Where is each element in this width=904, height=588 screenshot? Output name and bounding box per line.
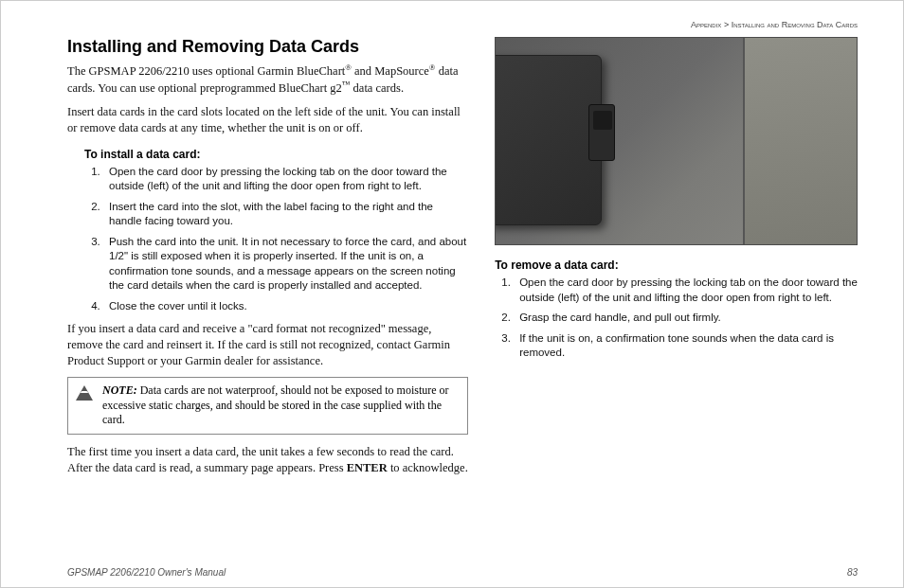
install-steps-list: Open the card door by pressing the locki… [103,165,468,314]
intro-paragraph-1: The GPSMAP 2206/2210 uses optional Garmi… [67,62,468,97]
not-recognized-paragraph: If you insert a data card and receive a … [67,321,468,369]
remove-heading: To remove a data card: [495,258,858,272]
warning-icon [76,385,93,401]
list-item: Grasp the card handle, and pull out firm… [514,311,858,326]
left-column: Installing and Removing Data Cards The G… [67,37,468,561]
page-footer: GPSMAP 2206/2210 Owner's Manual 83 [67,561,858,578]
first-time-paragraph: The first time you insert a data card, t… [67,444,468,476]
footer-page-number: 83 [847,567,858,578]
header-breadcrumb: Appendix > Installing and Removing Data … [67,20,858,29]
right-column: To remove a data card: Open the card doo… [495,37,858,561]
note-text: NOTE: Data cards are not waterproof, sho… [102,383,460,428]
intro-paragraph-2: Insert data cards in the card slots loca… [67,104,468,136]
list-item: Open the card door by pressing the locki… [103,165,468,194]
remove-steps-list: Open the card door by pressing the locki… [514,276,858,361]
install-heading: To install a data card: [84,148,468,161]
note-callout: NOTE: Data cards are not waterproof, sho… [67,377,468,435]
breadcrumb-topic: Installing and Removing Data Cards [732,20,858,29]
breadcrumb-section: Appendix [691,20,721,29]
list-item: Close the cover until it locks. [103,299,468,314]
page-title: Installing and Removing Data Cards [67,37,468,57]
list-item: If the unit is on, a confirmation tone s… [514,331,858,361]
manual-page: Appendix > Installing and Removing Data … [1,1,903,587]
list-item: Open the card door by pressing the locki… [514,276,858,305]
enter-key-label: ENTER [347,461,388,474]
list-item: Push the card into the unit. It in not n… [103,235,468,294]
list-item: Insert the card into the slot, with the … [103,200,468,229]
device-card-slot-figure [495,37,858,245]
footer-manual-title: GPSMAP 2206/2210 Owner's Manual [67,567,226,578]
content-columns: Installing and Removing Data Cards The G… [67,37,858,561]
